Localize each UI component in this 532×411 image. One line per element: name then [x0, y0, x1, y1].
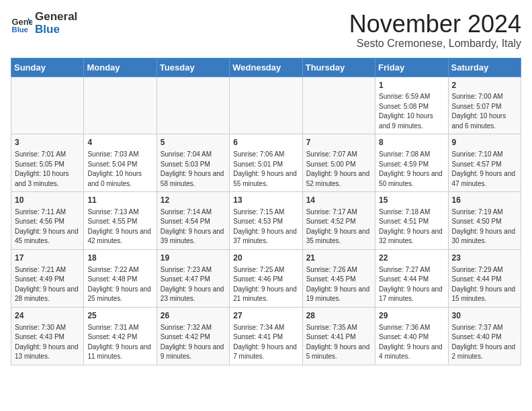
svg-text:Blue: Blue — [12, 25, 28, 33]
day-info: Sunrise: 7:27 AM Sunset: 4:44 PM Dayligh… — [379, 265, 444, 304]
day-info: Sunrise: 7:15 AM Sunset: 4:53 PM Dayligh… — [233, 208, 298, 246]
day-info: Sunrise: 7:35 AM Sunset: 4:41 PM Dayligh… — [306, 323, 371, 362]
calendar-cell: 2Sunrise: 7:00 AM Sunset: 5:07 PM Daylig… — [448, 77, 521, 134]
calendar-week-row: 10Sunrise: 7:11 AM Sunset: 4:56 PM Dayli… — [11, 192, 521, 250]
day-info: Sunrise: 7:04 AM Sunset: 5:03 PM Dayligh… — [161, 150, 226, 189]
logo-icon: General Blue — [11, 13, 32, 34]
day-number: 30 — [452, 310, 517, 322]
calendar-cell — [157, 77, 229, 134]
calendar-cell — [230, 77, 302, 134]
calendar-cell: 23Sunrise: 7:29 AM Sunset: 4:44 PM Dayli… — [448, 249, 521, 307]
day-info: Sunrise: 7:11 AM Sunset: 4:56 PM Dayligh… — [15, 208, 80, 246]
day-info: Sunrise: 7:32 AM Sunset: 4:42 PM Dayligh… — [161, 323, 226, 362]
calendar-week-row: 17Sunrise: 7:21 AM Sunset: 4:49 PM Dayli… — [11, 249, 521, 307]
calendar-cell: 25Sunrise: 7:31 AM Sunset: 4:42 PM Dayli… — [84, 307, 157, 365]
page-header: General Blue General Blue November 2024 … — [11, 11, 521, 50]
logo-blue-text: Blue — [35, 24, 77, 36]
day-info: Sunrise: 7:17 AM Sunset: 4:52 PM Dayligh… — [306, 208, 371, 246]
calendar-cell: 14Sunrise: 7:17 AM Sunset: 4:52 PM Dayli… — [302, 192, 375, 250]
day-info: Sunrise: 7:23 AM Sunset: 4:47 PM Dayligh… — [161, 265, 226, 304]
day-number: 13 — [233, 195, 298, 206]
calendar-table: SundayMondayTuesdayWednesdayThursdayFrid… — [11, 58, 521, 365]
calendar-cell: 9Sunrise: 7:10 AM Sunset: 4:57 PM Daylig… — [448, 134, 521, 192]
calendar-cell: 12Sunrise: 7:14 AM Sunset: 4:54 PM Dayli… — [157, 192, 229, 250]
month-title: November 2024 — [349, 11, 521, 38]
day-number: 11 — [87, 195, 152, 206]
day-number: 15 — [379, 195, 444, 206]
calendar-cell: 11Sunrise: 7:13 AM Sunset: 4:55 PM Dayli… — [84, 192, 157, 250]
column-header-wednesday: Wednesday — [230, 58, 302, 77]
day-number: 28 — [306, 310, 371, 322]
day-info: Sunrise: 7:31 AM Sunset: 4:42 PM Dayligh… — [87, 323, 152, 362]
day-info: Sunrise: 6:59 AM Sunset: 5:08 PM Dayligh… — [379, 92, 444, 131]
calendar-cell: 6Sunrise: 7:06 AM Sunset: 5:01 PM Daylig… — [230, 134, 302, 192]
logo-general-text: General — [35, 11, 77, 24]
calendar-cell — [84, 77, 157, 134]
day-number: 5 — [161, 137, 226, 148]
calendar-cell: 18Sunrise: 7:22 AM Sunset: 4:48 PM Dayli… — [84, 249, 157, 307]
day-number: 21 — [306, 253, 371, 264]
day-number: 3 — [15, 137, 80, 148]
day-number: 2 — [452, 80, 517, 91]
calendar-cell: 3Sunrise: 7:01 AM Sunset: 5:05 PM Daylig… — [11, 134, 84, 192]
calendar-header-row: SundayMondayTuesdayWednesdayThursdayFrid… — [11, 58, 521, 77]
calendar-cell: 20Sunrise: 7:25 AM Sunset: 4:46 PM Dayli… — [230, 249, 302, 307]
calendar-cell: 19Sunrise: 7:23 AM Sunset: 4:47 PM Dayli… — [157, 249, 229, 307]
column-header-tuesday: Tuesday — [157, 58, 229, 77]
day-info: Sunrise: 7:14 AM Sunset: 4:54 PM Dayligh… — [161, 208, 226, 246]
day-number: 20 — [233, 253, 298, 264]
column-header-saturday: Saturday — [448, 58, 521, 77]
day-number: 8 — [379, 137, 444, 148]
day-number: 26 — [161, 310, 226, 322]
column-header-thursday: Thursday — [302, 58, 375, 77]
day-info: Sunrise: 7:22 AM Sunset: 4:48 PM Dayligh… — [87, 265, 152, 304]
day-info: Sunrise: 7:36 AM Sunset: 4:40 PM Dayligh… — [379, 323, 444, 362]
day-number: 10 — [15, 195, 80, 206]
day-number: 6 — [233, 137, 298, 148]
day-number: 17 — [15, 253, 80, 264]
day-number: 25 — [87, 310, 152, 322]
day-number: 18 — [87, 253, 152, 264]
day-info: Sunrise: 7:37 AM Sunset: 4:40 PM Dayligh… — [452, 323, 517, 362]
calendar-cell: 16Sunrise: 7:19 AM Sunset: 4:50 PM Dayli… — [448, 192, 521, 250]
day-info: Sunrise: 7:34 AM Sunset: 4:41 PM Dayligh… — [233, 323, 298, 362]
day-number: 22 — [379, 253, 444, 264]
calendar-week-row: 1Sunrise: 6:59 AM Sunset: 5:08 PM Daylig… — [11, 77, 521, 134]
column-header-sunday: Sunday — [11, 58, 84, 77]
day-info: Sunrise: 7:13 AM Sunset: 4:55 PM Dayligh… — [87, 208, 152, 246]
day-number: 23 — [452, 253, 517, 264]
column-header-monday: Monday — [84, 58, 157, 77]
day-number: 7 — [306, 137, 371, 148]
day-info: Sunrise: 7:29 AM Sunset: 4:44 PM Dayligh… — [452, 265, 517, 304]
day-info: Sunrise: 7:06 AM Sunset: 5:01 PM Dayligh… — [233, 150, 298, 189]
day-number: 4 — [87, 137, 152, 148]
calendar-cell: 26Sunrise: 7:32 AM Sunset: 4:42 PM Dayli… — [157, 307, 229, 365]
calendar-cell: 30Sunrise: 7:37 AM Sunset: 4:40 PM Dayli… — [448, 307, 521, 365]
location-subtitle: Sesto Cremonese, Lombardy, Italy — [349, 38, 521, 50]
calendar-week-row: 3Sunrise: 7:01 AM Sunset: 5:05 PM Daylig… — [11, 134, 521, 192]
calendar-cell — [302, 77, 375, 134]
calendar-cell: 13Sunrise: 7:15 AM Sunset: 4:53 PM Dayli… — [230, 192, 302, 250]
calendar-cell: 7Sunrise: 7:07 AM Sunset: 5:00 PM Daylig… — [302, 134, 375, 192]
day-number: 14 — [306, 195, 371, 206]
day-number: 12 — [161, 195, 226, 206]
calendar-cell: 1Sunrise: 6:59 AM Sunset: 5:08 PM Daylig… — [375, 77, 448, 134]
day-info: Sunrise: 7:07 AM Sunset: 5:00 PM Dayligh… — [306, 150, 371, 189]
calendar-cell: 22Sunrise: 7:27 AM Sunset: 4:44 PM Dayli… — [375, 249, 448, 307]
day-info: Sunrise: 7:10 AM Sunset: 4:57 PM Dayligh… — [452, 150, 517, 189]
day-info: Sunrise: 7:08 AM Sunset: 4:59 PM Dayligh… — [379, 150, 444, 189]
calendar-cell: 21Sunrise: 7:26 AM Sunset: 4:45 PM Dayli… — [302, 249, 375, 307]
calendar-cell: 27Sunrise: 7:34 AM Sunset: 4:41 PM Dayli… — [230, 307, 302, 365]
calendar-cell: 29Sunrise: 7:36 AM Sunset: 4:40 PM Dayli… — [375, 307, 448, 365]
column-header-friday: Friday — [375, 58, 448, 77]
calendar-cell: 10Sunrise: 7:11 AM Sunset: 4:56 PM Dayli… — [11, 192, 84, 250]
calendar-cell: 15Sunrise: 7:18 AM Sunset: 4:51 PM Dayli… — [375, 192, 448, 250]
title-block: November 2024 Sesto Cremonese, Lombardy,… — [349, 11, 521, 50]
day-info: Sunrise: 7:18 AM Sunset: 4:51 PM Dayligh… — [379, 208, 444, 246]
day-info: Sunrise: 7:21 AM Sunset: 4:49 PM Dayligh… — [15, 265, 80, 304]
day-info: Sunrise: 7:00 AM Sunset: 5:07 PM Dayligh… — [452, 92, 517, 131]
calendar-cell: 4Sunrise: 7:03 AM Sunset: 5:04 PM Daylig… — [84, 134, 157, 192]
calendar-week-row: 24Sunrise: 7:30 AM Sunset: 4:43 PM Dayli… — [11, 307, 521, 365]
day-info: Sunrise: 7:30 AM Sunset: 4:43 PM Dayligh… — [15, 323, 80, 362]
day-info: Sunrise: 7:03 AM Sunset: 5:04 PM Dayligh… — [87, 150, 152, 189]
